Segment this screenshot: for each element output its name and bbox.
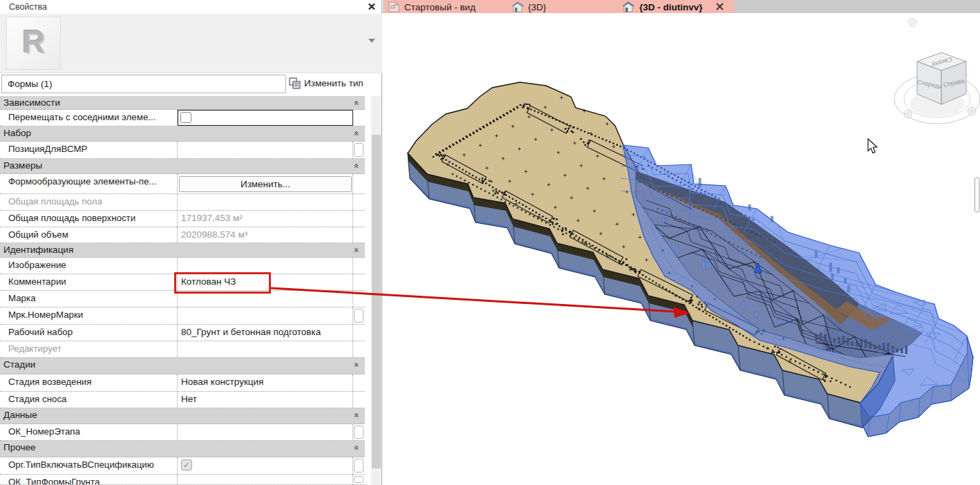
svg-text:{3D}: {3D} (528, 2, 547, 12)
svg-text:Стартовый - вид: Стартовый - вид (404, 2, 475, 12)
svg-text:{3D - diutinvv}: {3D - diutinvv} (639, 2, 703, 12)
